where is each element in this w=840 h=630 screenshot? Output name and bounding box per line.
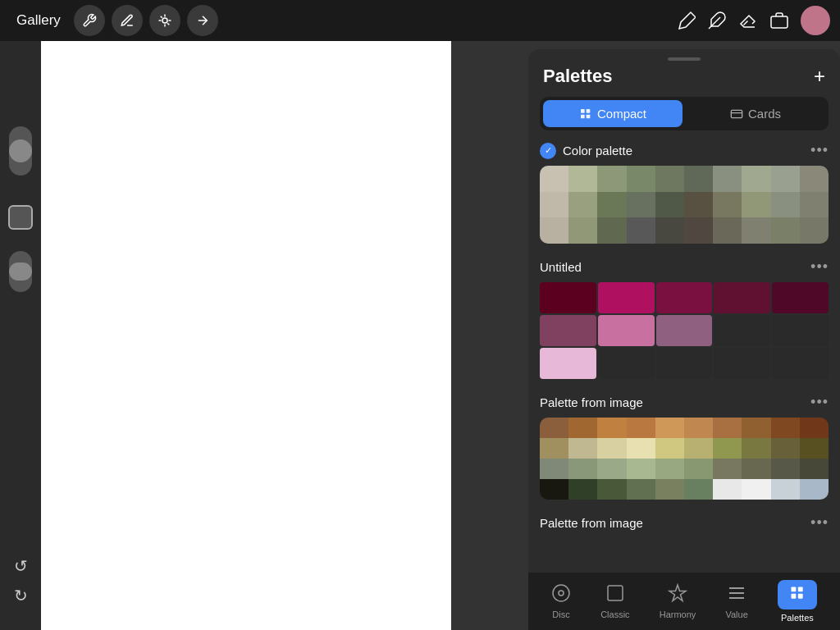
- image-palette-1-grid[interactable]: [540, 418, 829, 500]
- nav-value[interactable]: Value: [715, 580, 757, 623]
- nav-disc[interactable]: Disc: [541, 580, 581, 623]
- svg-rect-17: [798, 587, 803, 592]
- harmony-icon: [668, 583, 687, 606]
- layers-button[interactable]: [769, 11, 789, 30]
- avatar[interactable]: [801, 6, 830, 35]
- tabs-row: Compact Cards: [540, 97, 829, 130]
- palette-item-header-4: Palette from image •••: [540, 514, 829, 532]
- toolbar-left: Gallery: [10, 5, 218, 36]
- svg-rect-8: [731, 110, 742, 117]
- bottom-nav: Disc Classic Harmony Value Palettes: [528, 573, 840, 630]
- palette-item-untitled: Untitled •••: [540, 258, 829, 379]
- palette-item-header-3: Palette from image •••: [540, 394, 829, 411]
- nav-harmony[interactable]: Harmony: [650, 580, 706, 623]
- redo-button[interactable]: ↻: [14, 586, 28, 605]
- tab-compact[interactable]: Compact: [543, 100, 682, 127]
- nav-classic[interactable]: Classic: [591, 580, 639, 623]
- wrench-tool-button[interactable]: [74, 5, 105, 36]
- feather-pen-button[interactable]: [707, 11, 727, 30]
- stamp-tool-button[interactable]: [149, 5, 180, 36]
- panel-add-button[interactable]: +: [814, 66, 825, 86]
- gallery-button[interactable]: Gallery: [10, 9, 67, 32]
- svg-point-10: [553, 585, 569, 601]
- sidebar-tool-1: [7, 57, 34, 85]
- nav-palettes[interactable]: Palettes: [768, 577, 827, 626]
- smudge-tool-button[interactable]: [112, 5, 143, 36]
- palette-item-from-image-1: Palette from image •••: [540, 394, 829, 500]
- svg-line-2: [709, 17, 720, 29]
- svg-rect-12: [608, 586, 623, 600]
- top-toolbar: Gallery: [0, 0, 840, 41]
- palette-item-header-2: Untitled •••: [540, 258, 829, 276]
- svg-rect-18: [791, 594, 796, 599]
- palette-more-button-3[interactable]: •••: [810, 394, 829, 411]
- palette-check-1: ✓: [540, 143, 556, 159]
- svg-rect-3: [771, 16, 788, 28]
- palette-item-header-1: ✓ Color palette •••: [540, 142, 829, 159]
- left-sidebar: ↺ ↻: [0, 41, 41, 630]
- palette-more-button-4[interactable]: •••: [810, 514, 829, 532]
- palette-more-button-1[interactable]: •••: [810, 142, 829, 159]
- eraser-button[interactable]: [738, 11, 758, 30]
- svg-point-11: [559, 591, 564, 596]
- untitled-color-grid[interactable]: [540, 282, 829, 379]
- classic-icon: [605, 583, 625, 606]
- pen-tool-button[interactable]: [676, 11, 696, 30]
- palette-name-2: Untitled: [540, 260, 582, 274]
- sidebar-opacity-slider[interactable]: [9, 126, 32, 176]
- undo-redo-controls: ↺ ↻: [14, 556, 28, 630]
- palette-name-row-3: Palette from image: [540, 395, 643, 409]
- undo-button[interactable]: ↺: [14, 556, 28, 576]
- svg-rect-5: [587, 109, 591, 113]
- palette-name-3: Palette from image: [540, 395, 643, 409]
- svg-rect-7: [587, 114, 591, 118]
- palette-list: ✓ Color palette •••: [528, 142, 840, 573]
- palette-name-row-4: Palette from image: [540, 516, 643, 530]
- canvas-paper[interactable]: [41, 41, 451, 630]
- svg-rect-19: [798, 594, 803, 599]
- svg-rect-6: [581, 114, 585, 118]
- svg-point-0: [162, 18, 167, 23]
- value-icon: [727, 583, 746, 606]
- arrow-tool-button[interactable]: [187, 5, 218, 36]
- disc-icon: [551, 583, 571, 606]
- palette-item-from-image-2: Palette from image •••: [540, 514, 829, 532]
- palette-name-4: Palette from image: [540, 516, 643, 530]
- toolbar-right: [676, 6, 830, 35]
- sidebar-shape-button[interactable]: [8, 205, 33, 230]
- svg-rect-16: [791, 587, 796, 592]
- palettes-icon: [778, 580, 817, 609]
- panel-header: Palettes +: [528, 66, 840, 97]
- palette-name-1: Color palette: [563, 144, 632, 158]
- svg-rect-4: [581, 109, 585, 113]
- tab-cards[interactable]: Cards: [686, 100, 825, 127]
- palette-more-button-2[interactable]: •••: [810, 258, 829, 276]
- panel-handle: [668, 57, 701, 61]
- sidebar-size-slider[interactable]: [9, 251, 32, 292]
- palette-item-color-palette: ✓ Color palette •••: [540, 142, 829, 244]
- color-grid-1[interactable]: [540, 166, 829, 244]
- sidebar-tool-2: [7, 92, 34, 120]
- palette-name-row-1: ✓ Color palette: [540, 143, 632, 159]
- palettes-panel: Palettes + Compact Cards ✓ Color palette…: [528, 49, 840, 630]
- palette-name-row-2: Untitled: [540, 260, 582, 274]
- panel-title: Palettes: [543, 66, 612, 87]
